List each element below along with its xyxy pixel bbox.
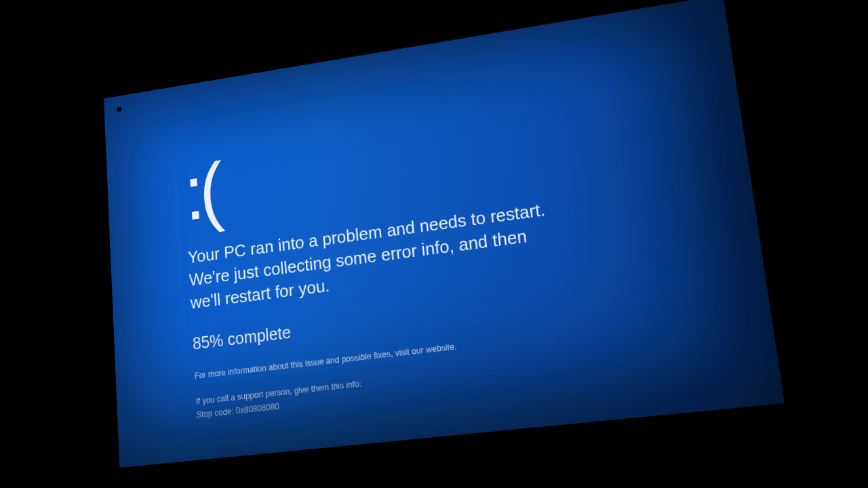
bsod-content: :( Your PC ran into a problem and needs … <box>182 113 566 422</box>
photo-backdrop: :( Your PC ran into a problem and needs … <box>0 0 868 488</box>
corner-dot <box>117 106 121 112</box>
bsod-screen: :( Your PC ran into a problem and needs … <box>104 0 785 468</box>
